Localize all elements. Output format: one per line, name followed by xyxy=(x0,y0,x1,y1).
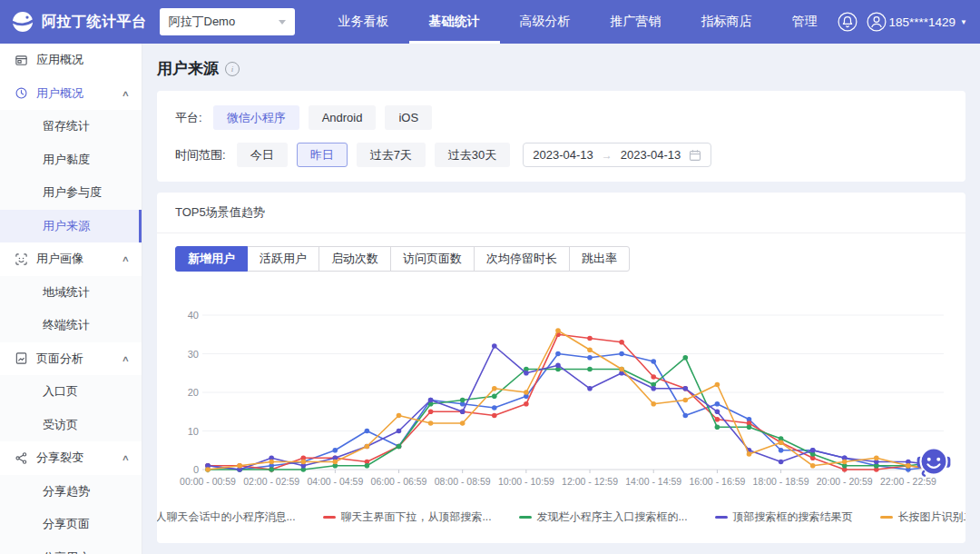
chart-legend: 单人聊天会话中的小程序消息...聊天主界面下拉，从顶部搜索...发现栏小程序主入… xyxy=(157,509,965,525)
legend-marker-icon xyxy=(715,516,728,519)
sidebar-subitem[interactable]: 用户参与度 xyxy=(0,176,142,210)
chevron-up-icon: ∧ xyxy=(122,453,130,462)
main-content: 用户来源 i 平台: 微信小程序AndroidiOS 时间范围: 今日昨日过去7… xyxy=(142,44,980,554)
notification-bell-icon[interactable] xyxy=(838,12,858,32)
customer-support-button[interactable] xyxy=(915,442,953,480)
page-head: 用户来源 i xyxy=(157,56,965,91)
sidebar-subgroup-2: 地域统计终端统计 xyxy=(0,276,142,342)
username: 185****1429 xyxy=(889,15,956,29)
svg-text:30: 30 xyxy=(188,349,199,360)
platform-chip-1[interactable]: Android xyxy=(309,105,377,130)
legend-item-0[interactable]: 单人聊天会话中的小程序消息... xyxy=(157,509,296,525)
sidebar-subgroup-3: 入口页受访页 xyxy=(0,375,142,441)
legend-label: 聊天主界面下拉，从顶部搜索... xyxy=(341,509,492,525)
legend-item-1[interactable]: 聊天主界面下拉，从顶部搜索... xyxy=(323,509,492,525)
chevron-up-icon: ∧ xyxy=(122,89,130,98)
legend-item-2[interactable]: 发现栏小程序主入口搜索框的... xyxy=(519,509,688,525)
svg-text:06:00 - 06:59: 06:00 - 06:59 xyxy=(371,476,427,487)
range-arrow-icon: → xyxy=(602,149,612,162)
app-selector-value: 阿拉丁Demo xyxy=(169,14,236,30)
sidebar-subitem[interactable]: 受访页 xyxy=(0,409,142,442)
nav-item-0[interactable]: 业务看板 xyxy=(318,0,409,44)
legend-marker-icon xyxy=(880,516,893,519)
chart-card: TOP5场景值趋势 新增用户活跃用户启动次数访问页面数次均停留时长跳出率 010… xyxy=(157,193,965,543)
time-filter-row: 时间范围: 今日昨日过去7天过去30天 2023-04-13 → 2023-04… xyxy=(175,143,947,167)
date-end: 2023-04-13 xyxy=(621,148,681,162)
user-menu[interactable]: 185****1429 ▼ xyxy=(867,12,968,32)
metric-tab-group: 新增用户活跃用户启动次数访问页面数次均停留时长跳出率 xyxy=(175,246,947,272)
chart-card-title: TOP5场景值趋势 xyxy=(175,205,265,219)
metric-tab-2[interactable]: 启动次数 xyxy=(318,246,391,272)
time-chip-2[interactable]: 过去7天 xyxy=(357,143,426,167)
time-chip-1[interactable]: 昨日 xyxy=(297,143,348,167)
sidebar-item-label: 用户概况 xyxy=(36,85,83,102)
platform-chip-2[interactable]: iOS xyxy=(385,105,432,130)
nav-item-1[interactable]: 基础统计 xyxy=(409,0,500,44)
metric-tab-5[interactable]: 跳出率 xyxy=(569,246,630,272)
svg-text:14:00 - 14:59: 14:00 - 14:59 xyxy=(625,476,681,487)
page-title: 用户来源 xyxy=(157,58,219,79)
info-icon[interactable]: i xyxy=(225,62,240,76)
nav-item-3[interactable]: 推广营销 xyxy=(591,0,681,44)
calendar-icon xyxy=(689,149,701,162)
time-chip-3[interactable]: 过去30天 xyxy=(435,143,510,167)
nav-item-2[interactable]: 高级分析 xyxy=(500,0,591,44)
navbar-right: 185****1429 ▼ xyxy=(838,12,980,32)
metric-tab-4[interactable]: 次均停留时长 xyxy=(474,246,570,272)
platform-chips: 微信小程序AndroidiOS xyxy=(213,105,432,130)
brand: 阿拉丁统计平台 xyxy=(0,10,160,34)
platform-filter-row: 平台: 微信小程序AndroidiOS xyxy=(175,105,947,130)
svg-text:18:00 - 18:59: 18:00 - 18:59 xyxy=(753,476,809,487)
chart-area: 01020304000:00 - 00:5902:00 - 02:5904:00… xyxy=(157,273,965,508)
sidebar-subitem[interactable]: 终端统计 xyxy=(0,309,142,342)
nav-item-5[interactable]: 管理 xyxy=(772,0,838,44)
share-icon xyxy=(15,451,28,465)
svg-text:10:00 - 10:59: 10:00 - 10:59 xyxy=(498,476,554,487)
sidebar-item-label: 页面分析 xyxy=(36,351,83,367)
brand-title: 阿拉丁统计平台 xyxy=(42,13,147,32)
app-selector[interactable]: 阿拉丁Demo xyxy=(160,8,295,35)
line-chart: 01020304000:00 - 00:5902:00 - 02:5904:00… xyxy=(175,277,947,504)
svg-text:00:00 - 00:59: 00:00 - 00:59 xyxy=(180,476,236,487)
sidebar-item-3[interactable]: 页面分析∧ xyxy=(0,342,142,376)
metric-tab-3[interactable]: 访问页面数 xyxy=(390,246,475,272)
app-root: 阿拉丁统计平台 阿拉丁Demo 业务看板基础统计高级分析推广营销指标商店管理 xyxy=(0,0,980,554)
sidebar-subitem[interactable]: 入口页 xyxy=(0,375,142,409)
sidebar-item-label: 分享裂变 xyxy=(36,450,83,466)
sidebar-subitem[interactable]: 留存统计 xyxy=(0,110,142,143)
date-range-picker[interactable]: 2023-04-13 → 2023-04-13 xyxy=(523,143,711,167)
legend-item-4[interactable]: 长按图片识别二维码 xyxy=(880,509,965,525)
svg-text:04:00 - 04:59: 04:00 - 04:59 xyxy=(307,476,363,487)
chevron-up-icon: ∧ xyxy=(122,254,130,263)
legend-label: 单人聊天会话中的小程序消息... xyxy=(157,509,296,525)
platform-chip-0[interactable]: 微信小程序 xyxy=(213,105,299,130)
svg-text:20: 20 xyxy=(188,387,199,398)
metric-tab-0[interactable]: 新增用户 xyxy=(175,246,248,272)
chevron-down-icon xyxy=(279,20,286,25)
top-navbar: 阿拉丁统计平台 阿拉丁Demo 业务看板基础统计高级分析推广营销指标商店管理 xyxy=(0,0,980,44)
sidebar-subitem[interactable]: 用户来源 xyxy=(0,210,142,243)
time-chip-0[interactable]: 今日 xyxy=(237,143,288,167)
sidebar-subitem[interactable]: 用户黏度 xyxy=(0,143,142,177)
primary-nav: 业务看板基础统计高级分析推广营销指标商店管理 xyxy=(318,0,838,44)
legend-label: 顶部搜索框的搜索结果页 xyxy=(733,509,853,525)
legend-marker-icon xyxy=(519,516,532,519)
sidebar-item-2[interactable]: 用户画像∧ xyxy=(0,242,142,276)
sidebar-item-0[interactable]: 应用概况 xyxy=(0,44,142,77)
legend-item-3[interactable]: 顶部搜索框的搜索结果页 xyxy=(715,509,853,525)
sidebar-subitem[interactable]: 地域统计 xyxy=(0,276,142,310)
sidebar-item-4[interactable]: 分享裂变∧ xyxy=(0,441,142,475)
sidebar-item-label: 应用概况 xyxy=(36,52,83,68)
sidebar-item-label: 用户画像 xyxy=(36,251,83,267)
sidebar-subitem[interactable]: 分享页面 xyxy=(0,508,142,541)
sidebar-item-1[interactable]: 用户概况∧ xyxy=(0,77,142,111)
platform-label: 平台: xyxy=(175,110,202,126)
sidebar-subitem[interactable]: 分享趋势 xyxy=(0,475,142,509)
nav-item-4[interactable]: 指标商店 xyxy=(681,0,772,44)
svg-text:08:00 - 08:59: 08:00 - 08:59 xyxy=(435,476,491,487)
metric-tab-1[interactable]: 活跃用户 xyxy=(247,246,319,272)
date-start: 2023-04-13 xyxy=(533,148,593,162)
time-chips: 今日昨日过去7天过去30天 xyxy=(237,143,511,167)
sidebar-subitem[interactable]: 分享用户 xyxy=(0,541,142,554)
svg-text:10: 10 xyxy=(188,426,199,437)
